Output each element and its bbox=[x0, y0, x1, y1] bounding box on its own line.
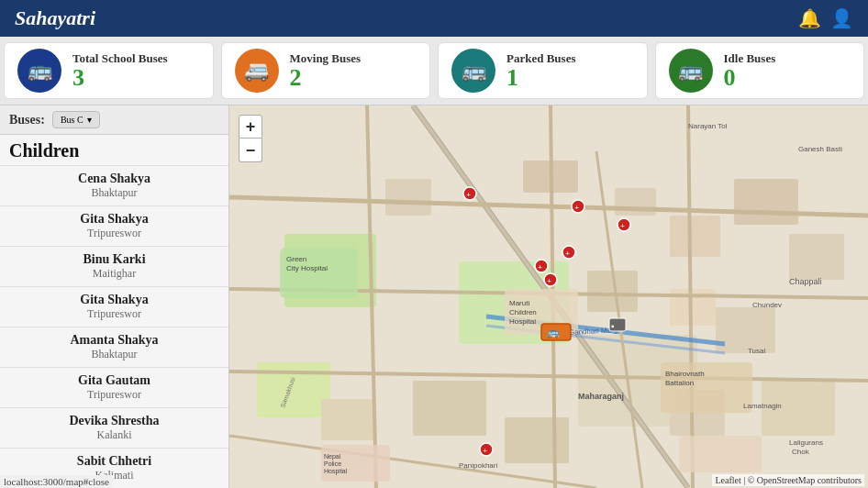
svg-rect-16 bbox=[505, 417, 569, 463]
svg-text:Maruti: Maruti bbox=[509, 299, 529, 307]
svg-text:City Hospital: City Hospital bbox=[286, 264, 328, 272]
svg-text:Nepal: Nepal bbox=[324, 453, 341, 460]
stat-icon-total-buses: 🚌 bbox=[17, 49, 61, 93]
svg-rect-35 bbox=[679, 436, 762, 472]
map-background: Green City Hospital Maruti Children Hosp… bbox=[229, 105, 868, 488]
svg-text:Police: Police bbox=[324, 460, 341, 467]
svg-text:Green: Green bbox=[286, 255, 306, 263]
bell-icon[interactable]: 🔔 bbox=[798, 7, 821, 29]
stats-bar: 🚌 Total School Buses 3 🚐 Moving Buses 2 … bbox=[0, 37, 868, 105]
chevron-down-icon: ▾ bbox=[87, 115, 92, 125]
child-name: Binu Karki bbox=[83, 252, 145, 267]
child-name: Amanta Shakya bbox=[70, 333, 158, 348]
sidebar: Buses: Bus C ▾ Children Cena Shakya Bhak… bbox=[0, 105, 229, 488]
bus-dropdown[interactable]: Bus C ▾ bbox=[52, 111, 100, 128]
stat-value-total-buses: 3 bbox=[72, 66, 168, 90]
svg-rect-12 bbox=[716, 307, 775, 353]
child-location: Tripureswor bbox=[87, 227, 141, 240]
child-location: Tripureswor bbox=[87, 307, 141, 321]
buses-filter: Buses: Bus C ▾ bbox=[0, 105, 228, 135]
main-area: Buses: Bus C ▾ Children Cena Shakya Bhak… bbox=[0, 105, 868, 488]
svg-text:+: + bbox=[565, 249, 570, 258]
child-name: Devika Shrestha bbox=[69, 414, 159, 428]
list-item[interactable]: Cena Shakya Bhaktapur bbox=[0, 166, 228, 206]
stat-card-idle-buses: 🚌 Idle Buses 0 bbox=[655, 42, 865, 99]
svg-text:Tusal: Tusal bbox=[748, 347, 765, 355]
stat-icon-idle-buses: 🚌 bbox=[669, 49, 713, 93]
child-location: Maitighar bbox=[93, 267, 136, 281]
bus-dropdown-value: Bus C bbox=[61, 115, 83, 125]
svg-text:+: + bbox=[483, 446, 487, 455]
zoom-in-button[interactable]: + bbox=[239, 115, 262, 139]
list-item[interactable]: Amanta Shakya Bhaktapur bbox=[0, 327, 228, 368]
svg-text:▪: ▪ bbox=[611, 321, 615, 331]
svg-rect-14 bbox=[413, 381, 486, 436]
svg-rect-9 bbox=[734, 179, 798, 225]
svg-text:Chok: Chok bbox=[792, 448, 810, 456]
svg-rect-10 bbox=[789, 234, 844, 280]
header-icons: 🔔 👤 bbox=[798, 7, 853, 29]
svg-text:+: + bbox=[547, 276, 551, 285]
map-zoom-controls: + − bbox=[239, 115, 262, 162]
stat-card-moving-buses: 🚐 Moving Buses 2 bbox=[221, 42, 431, 99]
user-icon[interactable]: 👤 bbox=[830, 7, 853, 29]
child-location: Bhaktapur bbox=[92, 348, 138, 361]
stat-icon-moving-buses: 🚐 bbox=[235, 49, 279, 93]
children-list: Cena Shakya Bhaktapur Gita Shakya Tripur… bbox=[0, 166, 228, 488]
app-title: Sahayatri bbox=[15, 6, 95, 30]
app-header: Sahayatri 🔔 👤 bbox=[0, 0, 868, 37]
stat-value-idle-buses: 0 bbox=[724, 66, 776, 90]
stat-value-parked-buses: 1 bbox=[506, 66, 575, 90]
stat-icon-parked-buses: 🚌 bbox=[451, 49, 495, 93]
stat-text-idle-buses: Idle Buses 0 bbox=[724, 51, 776, 90]
map-svg: Green City Hospital Maruti Children Hosp… bbox=[229, 105, 868, 488]
svg-text:Hospital: Hospital bbox=[324, 468, 348, 475]
map-attribution: Leaflet | © OpenStreetMap contributors bbox=[712, 474, 864, 486]
svg-text:Lamatnagin: Lamatnagin bbox=[743, 402, 782, 410]
svg-text:Panipokhari: Panipokhari bbox=[459, 461, 497, 470]
svg-rect-5 bbox=[385, 179, 431, 216]
svg-text:Battalion: Battalion bbox=[665, 379, 694, 387]
svg-text:Laligurans: Laligurans bbox=[789, 438, 823, 447]
svg-text:+: + bbox=[620, 221, 625, 230]
child-name: Gita Shakya bbox=[80, 212, 148, 227]
svg-rect-15 bbox=[321, 399, 376, 440]
stat-value-moving-buses: 2 bbox=[290, 66, 362, 90]
list-item[interactable]: Devika Shrestha Kalanki bbox=[0, 408, 228, 449]
svg-text:Ganesh Basti: Ganesh Basti bbox=[798, 145, 842, 153]
svg-rect-8 bbox=[670, 216, 720, 257]
svg-text:🚌: 🚌 bbox=[547, 326, 560, 338]
svg-text:Chappali: Chappali bbox=[789, 277, 822, 286]
svg-text:Narayan Tol: Narayan Tol bbox=[688, 122, 728, 130]
svg-text:+: + bbox=[466, 190, 471, 199]
children-header: Children bbox=[0, 135, 228, 166]
stat-card-total-buses: 🚌 Total School Buses 3 bbox=[4, 42, 214, 99]
child-location: Kalanki bbox=[97, 428, 132, 442]
map-container[interactable]: Green City Hospital Maruti Children Hosp… bbox=[229, 105, 868, 488]
svg-text:+: + bbox=[574, 203, 579, 212]
list-item[interactable]: Gita Shakya Tripureswor bbox=[0, 206, 228, 247]
svg-text:+: + bbox=[538, 262, 542, 272]
svg-text:Hospital: Hospital bbox=[509, 317, 536, 326]
svg-text:Bhairovnath: Bhairovnath bbox=[665, 370, 705, 378]
svg-text:Maharaganj: Maharaganj bbox=[578, 392, 624, 401]
zoom-out-button[interactable]: − bbox=[239, 139, 262, 162]
child-location: Bhaktapur bbox=[92, 186, 138, 200]
stat-text-moving-buses: Moving Buses 2 bbox=[290, 51, 362, 90]
child-name: Cena Shakya bbox=[78, 172, 150, 186]
url-bar: localhost:3000/map#close bbox=[0, 475, 113, 488]
stat-card-parked-buses: 🚌 Parked Buses 1 bbox=[438, 42, 648, 99]
stat-text-parked-buses: Parked Buses 1 bbox=[506, 51, 575, 90]
child-location: Tripureswor bbox=[87, 388, 141, 402]
child-name: Gita Shakya bbox=[80, 293, 148, 307]
child-name: Gita Gautam bbox=[78, 373, 150, 388]
buses-filter-label: Buses: bbox=[9, 113, 45, 128]
stat-label-total-buses: Total School Buses bbox=[72, 51, 168, 66]
svg-text:Children: Children bbox=[509, 308, 537, 316]
list-item[interactable]: Gita Gautam Tripureswor bbox=[0, 368, 228, 408]
svg-text:Chundev: Chundev bbox=[752, 301, 782, 309]
list-item[interactable]: Gita Shakya Tripureswor bbox=[0, 287, 228, 327]
stat-text-total-buses: Total School Buses 3 bbox=[72, 51, 168, 90]
list-item[interactable]: Binu Karki Maitighar bbox=[0, 247, 228, 287]
child-name: Sabit Chhetri bbox=[77, 454, 151, 469]
